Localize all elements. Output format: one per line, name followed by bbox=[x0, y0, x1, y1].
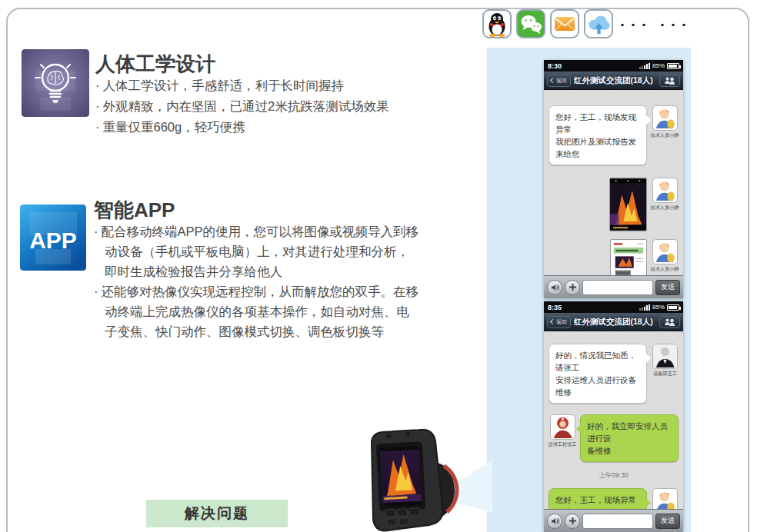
bullet-item: 人体工学设计，手感舒适，利于长时间握持 bbox=[95, 75, 434, 96]
email-icon[interactable] bbox=[550, 9, 579, 38]
back-chevron-icon bbox=[550, 319, 555, 324]
wechat-icon[interactable] bbox=[516, 9, 545, 38]
voice-button[interactable] bbox=[547, 514, 562, 529]
thermal-camera-image bbox=[342, 429, 459, 532]
group-members-button[interactable] bbox=[659, 316, 680, 328]
avatar-wrap: 技术人员小静 bbox=[651, 239, 679, 273]
app-icon: APP bbox=[20, 204, 86, 271]
message-input[interactable] bbox=[582, 280, 653, 295]
avatar-technician[interactable] bbox=[652, 178, 678, 203]
avatar-wrap: 运维工程张工 bbox=[549, 414, 576, 448]
app-bullet-list: 配合移动终端APP的使用，您可以将图像或视频导入到移动设备（手机或平板电脑）上，… bbox=[94, 221, 420, 341]
envelope-glyph bbox=[552, 12, 577, 36]
battery-percent: 85% bbox=[652, 304, 665, 311]
message-row: 您好，王工，现场异常已排除 设备运行情况良好 技术人员小静 bbox=[549, 488, 679, 509]
message-line: 备维修 bbox=[587, 444, 672, 457]
bullet-item: 外观精致，内在坚固，已通过2米抗跌落测试场效果 bbox=[95, 96, 434, 117]
group-chat-icon bbox=[664, 318, 675, 326]
chat-input-bar: 发送 bbox=[544, 275, 683, 298]
solve-problem-label[interactable]: 解决问题 bbox=[146, 500, 288, 527]
bullet-item: 还能够对热像仪实现远程控制，从而解放您的双手。在移动终端上完成热像仪的各项基本操… bbox=[94, 281, 420, 341]
clock: 8:30 bbox=[548, 62, 562, 70]
chat-timestamp: 上午09:30 bbox=[549, 471, 679, 480]
status-bar: 8:30 85% bbox=[544, 60, 683, 71]
message-row: 好的，情况我已知悉，请张工 安排运维人员进行设备维修 设备部王工 bbox=[549, 344, 679, 404]
message-row: 技术人员小静 bbox=[549, 178, 679, 231]
message-row: 您好，王工，现场发现异常 我把图片及测试报告发来给您 技术人员小静 bbox=[549, 105, 679, 165]
chat-title: 红外测试交流团(18人) bbox=[574, 75, 656, 86]
signal-icon bbox=[639, 304, 650, 311]
chat-nav-bar: 返回 红外测试交流团(18人) bbox=[544, 71, 683, 90]
battery-icon bbox=[667, 63, 679, 69]
battery-percent: 85% bbox=[652, 62, 665, 69]
back-chevron-icon bbox=[550, 78, 555, 83]
avatar-wrap: 技术人员小静 bbox=[651, 105, 679, 139]
back-button[interactable]: 返回 bbox=[547, 75, 571, 87]
message-line: 您好，王工，现场发现异常 bbox=[555, 111, 640, 135]
avatar-wrap: 技术人员小静 bbox=[651, 178, 679, 211]
clock: 8:35 bbox=[548, 304, 562, 311]
avatar-wrap: 设备部王工 bbox=[651, 344, 679, 377]
avatar-technician[interactable] bbox=[652, 239, 678, 264]
message-line: 安排运维人员进行设备维修 bbox=[555, 374, 640, 398]
cloud-arrow-glyph bbox=[585, 12, 612, 36]
sender-name: 技术人员小静 bbox=[651, 204, 679, 211]
voice-icon bbox=[550, 517, 559, 526]
signal-icon bbox=[639, 63, 650, 69]
battery-icon bbox=[667, 304, 679, 311]
message-bubble: 好的，我立即安排人员进行设 备维修 bbox=[580, 414, 679, 462]
sender-name: 设备部王工 bbox=[653, 371, 677, 377]
bullet-item: 重量仅重660g，轻巧便携 bbox=[95, 117, 434, 138]
add-button[interactable] bbox=[565, 514, 580, 529]
group-members-button[interactable] bbox=[659, 75, 680, 87]
bullet-item: 配合移动终端APP的使用，您可以将图像或视频导入到移动设备（手机或平板电脑）上，… bbox=[94, 221, 420, 281]
voice-icon bbox=[550, 283, 559, 292]
avatar-manager[interactable] bbox=[652, 344, 678, 369]
message-bubble: 好的，情况我已知悉，请张工 安排运维人员进行设备维修 bbox=[549, 344, 647, 404]
wechat-screenshot-1: 8:30 85% 返回 红外测试交流团(18人) 您好，王工，现场发现异常 我把… bbox=[544, 60, 683, 298]
message-line: 我把图片及测试报告发来给您 bbox=[555, 135, 640, 160]
wechat-screenshot-2: 8:35 85% 返回 红外测试交流团(18人) 好的，情况我已知悉，请张工 安… bbox=[544, 301, 683, 532]
voice-button[interactable] bbox=[547, 280, 562, 295]
ergonomic-bullet-list: 人体工学设计，手感舒适，利于长时间握持 外观精致，内在坚固，已通过2米抗跌落测试… bbox=[95, 75, 434, 138]
sender-name: 技术人员小静 bbox=[651, 266, 679, 273]
send-button[interactable]: 发送 bbox=[655, 514, 680, 529]
message-row: 运维工程张工 好的，我立即安排人员进行设 备维修 bbox=[549, 414, 679, 462]
thermal-photo-message[interactable] bbox=[609, 178, 647, 231]
cloud-upload-icon[interactable] bbox=[584, 9, 613, 38]
app-icon-text: APP bbox=[29, 228, 77, 253]
add-button[interactable] bbox=[565, 280, 580, 295]
message-line: 好的，情况我已知悉，请张工 bbox=[555, 349, 640, 374]
message-bubble: 您好，王工，现场发现异常 我把图片及测试报告发来给您 bbox=[549, 105, 647, 165]
back-label: 返回 bbox=[556, 318, 567, 326]
avatar-maintenance[interactable] bbox=[550, 414, 575, 440]
plus-icon bbox=[569, 517, 577, 525]
qq-penguin-glyph bbox=[485, 12, 509, 37]
send-button[interactable]: 发送 bbox=[655, 280, 680, 295]
sender-name: 技术人员小静 bbox=[651, 132, 679, 139]
section-title-ergonomic: 人体工学设计 bbox=[95, 51, 215, 78]
message-line: 您好，王工，现场异常已排除 bbox=[555, 494, 640, 509]
avatar-wrap: 技术人员小静 bbox=[651, 488, 679, 509]
chat-area: 好的，情况我已知悉，请张工 安排运维人员进行设备维修 设备部王工 bbox=[544, 331, 683, 509]
back-button[interactable]: 返回 bbox=[547, 316, 571, 328]
chat-title: 红外测试交流团(18人) bbox=[574, 317, 656, 328]
more-dots-2[interactable]: ··· bbox=[660, 15, 692, 34]
test-report-message[interactable] bbox=[610, 239, 647, 275]
plus-icon bbox=[569, 283, 577, 291]
chat-input-bar: 发送 bbox=[544, 509, 683, 532]
message-input[interactable] bbox=[582, 514, 653, 529]
back-label: 返回 bbox=[556, 77, 567, 85]
avatar-technician[interactable] bbox=[652, 105, 678, 131]
chat-area: 您好，王工，现场发现异常 我把图片及测试报告发来给您 技术人员小静 bbox=[544, 90, 683, 275]
chat-nav-bar: 返回 红外测试交流团(18人) bbox=[544, 313, 683, 331]
sender-name: 运维工程张工 bbox=[549, 441, 577, 448]
solve-problem-text: 解决问题 bbox=[185, 504, 249, 524]
message-line: 好的，我立即安排人员进行设 bbox=[587, 420, 672, 444]
qq-icon[interactable] bbox=[482, 9, 512, 38]
message-bubble: 您好，王工，现场异常已排除 设备运行情况良好 bbox=[549, 488, 647, 509]
message-row: 技术人员小静 bbox=[549, 239, 679, 275]
group-chat-icon bbox=[664, 77, 675, 85]
more-dots[interactable]: ··· bbox=[620, 15, 652, 34]
avatar-technician[interactable] bbox=[652, 488, 678, 509]
